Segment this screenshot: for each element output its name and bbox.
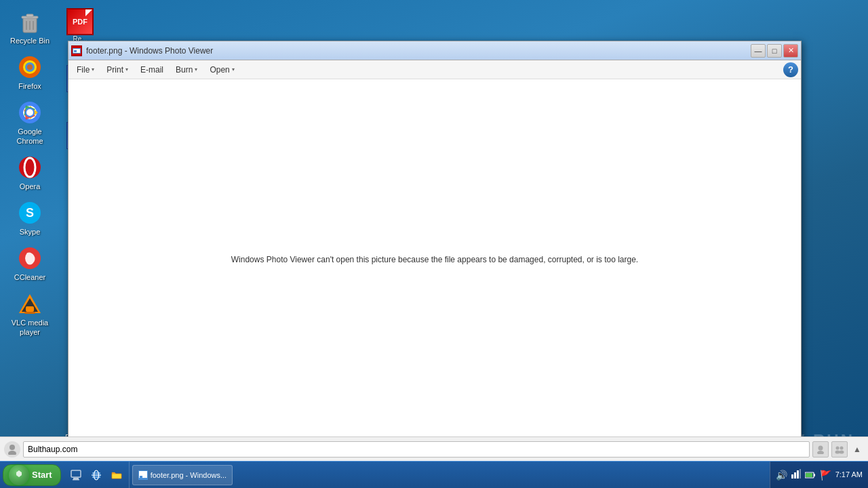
open-menu-arrow: ▾ — [232, 66, 235, 73]
taskbar-show-desktop[interactable] — [66, 466, 85, 485]
file-menu-arrow: ▾ — [92, 66, 94, 73]
svg-rect-53 — [73, 479, 79, 481]
firefox-label: Firefox — [18, 82, 41, 91]
vlc-icon — [16, 290, 43, 317]
ccleaner-label: CCleaner — [14, 273, 45, 282]
menu-item-burn[interactable]: Burn ▾ — [170, 63, 203, 77]
svg-rect-2 — [26, 14, 33, 17]
taskbar: Start — [0, 461, 868, 488]
svg-rect-66 — [800, 469, 801, 479]
skype-label: Skype — [20, 228, 41, 237]
desktop-icon-recycle-bin[interactable]: Recycle Bin — [5, 5, 54, 48]
svg-rect-26 — [74, 50, 77, 52]
error-message: Windows Photo Viewer can't open this pic… — [231, 255, 638, 264]
svg-rect-59 — [112, 474, 121, 479]
desktop-icon-opera[interactable]: Opera — [5, 151, 54, 194]
skype-icon: S — [16, 199, 43, 226]
window-title: footer.png - Windows Photo Viewer — [86, 46, 213, 56]
title-bar-controls: — □ ✕ — [751, 44, 798, 58]
title-bar: footer.png - Windows Photo Viewer — □ ✕ — [68, 41, 801, 60]
taskbar-items: footer.png - Windows... — [130, 465, 770, 485]
svg-point-43 — [8, 451, 16, 455]
menu-item-email[interactable]: E-mail — [135, 63, 169, 77]
tray-flag-icon[interactable]: 🚩 — [820, 470, 831, 481]
viewer-content: Windows Photo Viewer can't open this pic… — [68, 79, 801, 440]
svg-rect-21 — [26, 306, 34, 312]
print-menu-arrow: ▾ — [125, 66, 128, 73]
tray-icons: 🔊 🚩 — [776, 469, 831, 481]
svg-rect-64 — [794, 472, 796, 479]
svg-point-44 — [818, 445, 823, 450]
tray-speaker-icon[interactable]: 🔊 — [776, 470, 787, 481]
desktop-icon-firefox[interactable]: Firefox — [5, 51, 54, 94]
window-icon — [71, 45, 82, 56]
svg-rect-68 — [814, 474, 815, 476]
recycle-bin-label: Recycle Bin — [10, 37, 50, 45]
svg-point-9 — [27, 64, 33, 70]
tray-network-icon[interactable] — [791, 469, 801, 481]
opera-icon — [16, 154, 43, 181]
address-input[interactable] — [23, 441, 810, 458]
clock-time: 7:17 AM — [835, 470, 863, 480]
chrome-label: Google Chrome — [8, 127, 52, 145]
address-icon-btn-2[interactable] — [831, 441, 848, 458]
address-right-icons: ▲ — [812, 441, 864, 458]
address-user-icon — [4, 441, 20, 458]
svg-point-49 — [840, 450, 844, 453]
help-button[interactable]: ? — [783, 62, 798, 77]
taskbar-item-photo-viewer[interactable]: footer.png - Windows... — [132, 465, 233, 485]
svg-point-13 — [26, 109, 33, 116]
burn-menu-arrow: ▾ — [195, 66, 197, 73]
desktop: Recycle Bin Firefox — [0, 0, 868, 488]
svg-text:S: S — [26, 206, 34, 220]
desktop-icons-column: Recycle Bin Firefox — [0, 0, 60, 345]
svg-rect-22 — [24, 312, 35, 314]
taskbar-item-label: footer.png - Windows... — [151, 471, 227, 479]
opera-label: Opera — [20, 182, 41, 191]
svg-point-46 — [836, 446, 840, 449]
firefox-icon — [16, 54, 43, 81]
desktop-icon-vlc[interactable]: VLC media player — [5, 287, 54, 339]
ccleaner-icon — [16, 245, 43, 272]
chrome-icon — [16, 99, 43, 126]
svg-rect-63 — [791, 474, 793, 479]
svg-rect-69 — [806, 473, 812, 477]
svg-point-47 — [840, 446, 844, 449]
address-expand-button[interactable]: ▲ — [850, 441, 864, 458]
menu-item-open[interactable]: Open ▾ — [204, 63, 239, 77]
address-bar-area: ▲ — [0, 436, 868, 461]
maximize-button[interactable]: □ — [767, 44, 782, 58]
photo-viewer-window: footer.png - Windows Photo Viewer — □ ✕ … — [68, 41, 802, 488]
taskbar-ie-icon[interactable] — [87, 466, 106, 485]
close-button[interactable]: ✕ — [783, 44, 798, 58]
taskbar-folder-icon[interactable] — [107, 466, 126, 485]
start-button[interactable]: Start — [3, 464, 61, 486]
svg-point-42 — [9, 445, 15, 450]
minimize-button[interactable]: — — [751, 44, 766, 58]
menu-item-file[interactable]: File ▾ — [71, 63, 100, 77]
recycle-bin-icon — [16, 8, 43, 35]
desktop-icon-ccleaner[interactable]: CCleaner — [5, 242, 54, 285]
svg-point-45 — [817, 451, 824, 454]
system-tray: 🔊 🚩 — [770, 462, 868, 488]
title-bar-left: footer.png - Windows Photo Viewer — [71, 45, 213, 56]
menu-item-print[interactable]: Print ▾ — [101, 63, 134, 77]
svg-point-14 — [19, 157, 41, 178]
desktop-icon-chrome[interactable]: Google Chrome — [5, 96, 54, 148]
svg-rect-65 — [797, 470, 799, 479]
start-label: Start — [32, 470, 52, 480]
tray-battery-icon[interactable] — [805, 470, 816, 481]
svg-point-48 — [835, 450, 840, 453]
svg-rect-52 — [73, 478, 79, 479]
start-orb — [9, 465, 29, 485]
menu-bar: File ▾ Print ▾ E-mail Burn ▾ Open ▾ ? — [68, 60, 801, 79]
svg-rect-51 — [71, 470, 81, 477]
vlc-label: VLC media player — [8, 319, 52, 336]
svg-rect-62 — [140, 476, 142, 478]
clock: 7:17 AM — [835, 470, 863, 480]
address-icon-btn-1[interactable] — [812, 441, 829, 458]
desktop-icon-skype[interactable]: S Skype — [5, 197, 54, 239]
